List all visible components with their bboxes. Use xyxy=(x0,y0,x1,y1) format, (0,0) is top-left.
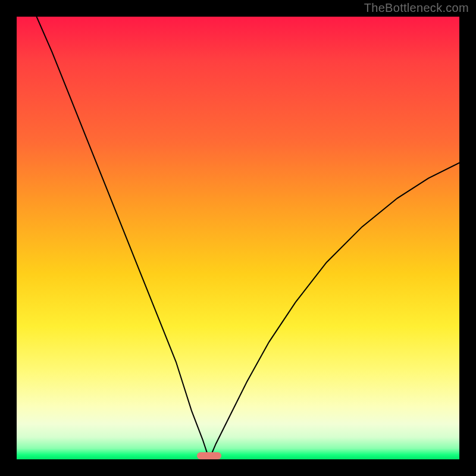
gradient-background xyxy=(17,17,459,459)
watermark-text: TheBottleneck.com xyxy=(364,1,469,15)
chart-stage: TheBottleneck.com xyxy=(0,0,476,476)
plot-area xyxy=(17,17,459,459)
